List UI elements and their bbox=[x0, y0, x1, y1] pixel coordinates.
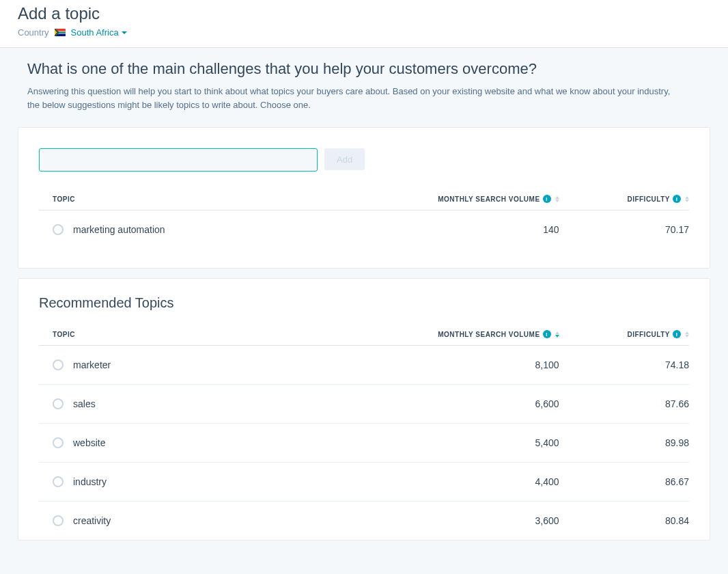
recommended-topics-card: Recommended Topics TOPIC MONTHLY SEARCH … bbox=[18, 278, 710, 541]
country-value: South Africa bbox=[71, 27, 119, 38]
topic-input[interactable] bbox=[39, 148, 318, 172]
column-label: MONTHLY SEARCH VOLUME bbox=[438, 331, 540, 338]
topic-volume: 8,100 bbox=[416, 346, 559, 385]
radio-button[interactable] bbox=[53, 437, 64, 448]
country-label: Country bbox=[18, 27, 49, 38]
topic-name: marketer bbox=[73, 359, 111, 370]
column-label: TOPIC bbox=[53, 195, 75, 203]
table-row[interactable]: marketing automation 140 70.17 bbox=[39, 210, 689, 249]
column-header-topic: TOPIC bbox=[39, 323, 416, 346]
south-africa-flag-icon bbox=[55, 29, 66, 36]
radio-button[interactable] bbox=[53, 359, 64, 370]
topic-difficulty: 74.18 bbox=[559, 346, 689, 385]
topic-name: sales bbox=[73, 398, 96, 409]
entered-topics-table: TOPIC MONTHLY SEARCH VOLUME i bbox=[39, 188, 689, 249]
topic-volume: 4,400 bbox=[416, 463, 559, 502]
recommended-topics-table: TOPIC MONTHLY SEARCH VOLUME i bbox=[39, 323, 689, 540]
topic-difficulty: 80.84 bbox=[559, 502, 689, 541]
radio-button[interactable] bbox=[53, 224, 64, 235]
info-icon[interactable]: i bbox=[673, 330, 681, 338]
table-row[interactable]: industry 4,400 86.67 bbox=[39, 463, 689, 502]
radio-button[interactable] bbox=[53, 476, 64, 487]
topic-volume: 140 bbox=[416, 210, 559, 249]
intro-heading: What is one of the main challenges that … bbox=[18, 60, 710, 78]
add-button[interactable]: Add bbox=[324, 148, 365, 170]
topic-difficulty: 87.66 bbox=[559, 385, 689, 424]
column-header-volume[interactable]: MONTHLY SEARCH VOLUME i bbox=[416, 323, 559, 346]
info-icon[interactable]: i bbox=[673, 195, 681, 203]
table-row[interactable]: sales 6,600 87.66 bbox=[39, 385, 689, 424]
topic-volume: 6,600 bbox=[416, 385, 559, 424]
sort-icon[interactable] bbox=[555, 196, 559, 202]
page-content: What is one of the main challenges that … bbox=[0, 48, 728, 541]
topic-volume: 3,600 bbox=[416, 502, 559, 541]
page-header: Add a topic Country South Africa bbox=[0, 0, 728, 48]
intro-text: Answering this question will help you st… bbox=[18, 85, 673, 112]
add-topic-row: Add bbox=[39, 148, 689, 172]
table-row[interactable]: creativity 3,600 80.84 bbox=[39, 502, 689, 541]
radio-button[interactable] bbox=[53, 515, 64, 526]
info-icon[interactable]: i bbox=[543, 330, 551, 338]
column-label: MONTHLY SEARCH VOLUME bbox=[438, 195, 540, 203]
column-label: TOPIC bbox=[53, 331, 75, 338]
radio-button[interactable] bbox=[53, 398, 64, 409]
topic-difficulty: 89.98 bbox=[559, 424, 689, 463]
column-label: DIFFICULTY bbox=[627, 331, 670, 338]
column-header-topic: TOPIC bbox=[39, 188, 416, 210]
page-title: Add a topic bbox=[18, 4, 710, 23]
topic-name: industry bbox=[73, 476, 107, 487]
table-row[interactable]: website 5,400 89.98 bbox=[39, 424, 689, 463]
topic-name: website bbox=[73, 437, 105, 448]
sort-icon[interactable] bbox=[685, 196, 689, 202]
topic-name: marketing automation bbox=[73, 224, 165, 235]
column-header-volume[interactable]: MONTHLY SEARCH VOLUME i bbox=[416, 188, 559, 210]
add-topic-card: Add TOPIC MONTHLY SEARCH VOLUME i bbox=[18, 127, 710, 269]
country-selector-row: Country South Africa bbox=[18, 27, 710, 38]
column-header-difficulty[interactable]: DIFFICULTY i bbox=[559, 323, 689, 346]
topic-difficulty: 70.17 bbox=[559, 210, 689, 249]
sort-icon[interactable] bbox=[685, 331, 689, 338]
column-header-difficulty[interactable]: DIFFICULTY i bbox=[559, 188, 689, 210]
topic-volume: 5,400 bbox=[416, 424, 559, 463]
country-dropdown[interactable]: South Africa bbox=[71, 27, 127, 38]
topic-difficulty: 86.67 bbox=[559, 463, 689, 502]
table-row[interactable]: marketer 8,100 74.18 bbox=[39, 346, 689, 385]
sort-icon[interactable] bbox=[555, 331, 559, 338]
topic-name: creativity bbox=[73, 515, 111, 526]
recommended-title: Recommended Topics bbox=[39, 295, 689, 311]
info-icon[interactable]: i bbox=[543, 195, 551, 203]
column-label: DIFFICULTY bbox=[627, 195, 670, 203]
chevron-down-icon bbox=[122, 31, 127, 34]
